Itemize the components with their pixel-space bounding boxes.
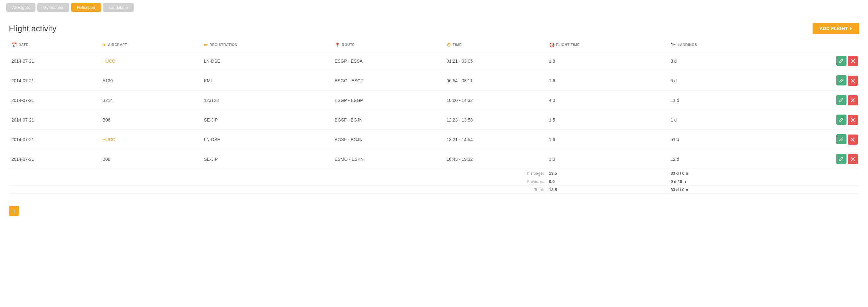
time-cell: 10:00 - 14:32: [444, 91, 546, 110]
landings-cell: 3 d: [668, 51, 776, 71]
edit-button[interactable]: [836, 134, 846, 144]
date-cell: 2014-07-21: [9, 149, 100, 169]
registration-label: REGISTRATION: [210, 43, 238, 46]
time-cell: 01:21 - 03:05: [444, 51, 546, 71]
col-registration: ✏REGISTRATION: [202, 39, 332, 51]
delete-button[interactable]: [848, 76, 858, 86]
aircraft-cell: HUCO: [100, 51, 202, 71]
time-icon: ⏱: [446, 42, 451, 47]
summary-ft-value: 0 d / 0 n: [668, 177, 776, 185]
date-cell: 2014-07-21: [9, 110, 100, 130]
delete-button[interactable]: [848, 95, 858, 105]
col-landings: 🔭LANDINGS: [668, 39, 776, 51]
date-icon: 📅: [11, 42, 17, 47]
page-header: Flight activity ADD FLIGHT +: [0, 15, 868, 39]
table-row: 2014-07-21B06SE-JIPESMO - ESKN16:43 - 19…: [9, 149, 859, 169]
route-cell: ESGP - ESGP: [332, 91, 444, 110]
flights-table: 📅DATE✈AIRCRAFT✏REGISTRATION📍ROUTE⏱TIME🎯F…: [9, 39, 859, 194]
date-cell: 2014-07-21: [9, 91, 100, 110]
summary-label: Previous:: [444, 177, 546, 185]
aircraft-icon: ✈: [102, 42, 106, 47]
table-row: 2014-07-21HUCOLN-DSEBGSF - BGJN13:21 - 1…: [9, 130, 859, 149]
filter-tab-all[interactable]: All Flights: [6, 3, 35, 12]
action-cell: [776, 71, 859, 91]
edit-button[interactable]: [836, 114, 846, 125]
table-row: 2014-07-21HUCOLN-DSEESGP - ESSA01:21 - 0…: [9, 51, 859, 71]
route-cell: BGSF - BGJN: [332, 110, 444, 130]
filter-tab-gyrocopter[interactable]: Gyrocopter: [37, 3, 69, 12]
add-flight-button[interactable]: ADD FLIGHT +: [813, 23, 859, 34]
landings-cell: 1 d: [668, 110, 776, 130]
summary-label: Total:: [444, 185, 546, 194]
registration-icon: ✏: [204, 42, 208, 47]
registration-cell: KML: [202, 71, 332, 91]
summary-time-value: 13.5: [547, 185, 668, 194]
table-header: 📅DATE✈AIRCRAFT✏REGISTRATION📍ROUTE⏱TIME🎯F…: [9, 39, 859, 51]
aircraft-cell: B214: [100, 91, 202, 110]
aircraft-cell: A139: [100, 71, 202, 91]
action-cell: [776, 110, 859, 130]
route-cell: ESGP - ESSA: [332, 51, 444, 71]
table-row: 2014-07-21B06SE-JIPBGSF - BGJN12:23 - 13…: [9, 110, 859, 130]
time-cell: 06:54 - 08:11: [444, 71, 546, 91]
summary-row: This page:13.583 d / 0 n: [9, 169, 859, 177]
landings-cell: 11 d: [668, 91, 776, 110]
flight_time-cell: 1.5: [547, 110, 668, 130]
flight_time-cell: 1.6: [547, 71, 668, 91]
filter-tabs: All FlightsGyrocopterHelicopterLandplane: [0, 0, 868, 15]
col-route: 📍ROUTE: [332, 39, 444, 51]
route-cell: ESMO - ESKN: [332, 149, 444, 169]
time-cell: 16:43 - 19:32: [444, 149, 546, 169]
action-cell: [776, 130, 859, 149]
table-body: 2014-07-21HUCOLN-DSEESGP - ESSA01:21 - 0…: [9, 51, 859, 194]
delete-button[interactable]: [848, 135, 858, 145]
registration-cell: LN-DSE: [202, 130, 332, 149]
summary-label: This page:: [444, 169, 546, 177]
registration-cell: 123123: [202, 91, 332, 110]
col-date: 📅DATE: [9, 39, 100, 51]
col-flight_time: 🎯FLIGHT TIME: [547, 39, 668, 51]
delete-button[interactable]: [848, 56, 858, 66]
registration-cell: LN-DSE: [202, 51, 332, 71]
landings-icon: 🔭: [671, 42, 676, 47]
route-icon: 📍: [335, 42, 340, 47]
route-cell: BGSF - BGJN: [332, 130, 444, 149]
edit-button[interactable]: [836, 56, 846, 66]
aircraft-cell: B06: [100, 149, 202, 169]
landings-cell: 51 d: [668, 130, 776, 149]
summary-row: Total:13.583 d / 0 n: [9, 185, 859, 194]
header-row: 📅DATE✈AIRCRAFT✏REGISTRATION📍ROUTE⏱TIME🎯F…: [9, 39, 859, 51]
delete-button[interactable]: [848, 154, 858, 164]
registration-cell: SE-JIP: [202, 149, 332, 169]
aircraft-cell: B06: [100, 110, 202, 130]
col-time: ⏱TIME: [444, 39, 546, 51]
filter-tab-helicopter[interactable]: Helicopter: [71, 3, 101, 12]
col-aircraft: ✈AIRCRAFT: [100, 39, 202, 51]
table-container: 📅DATE✈AIRCRAFT✏REGISTRATION📍ROUTE⏱TIME🎯F…: [0, 39, 868, 203]
route-cell: ESGG - ESGT: [332, 71, 444, 91]
filter-tab-landplane[interactable]: Landplane: [103, 3, 134, 12]
action-cell: [776, 149, 859, 169]
summary-time-value: 13.5: [547, 169, 668, 177]
table-row: 2014-07-21A139KMLESGG - ESGT06:54 - 08:1…: [9, 71, 859, 91]
flight_time-cell: 3.0: [547, 149, 668, 169]
date-cell: 2014-07-21: [9, 51, 100, 71]
flight_time-cell: 1.6: [547, 130, 668, 149]
table-row: 2014-07-21B214123123ESGP - ESGP10:00 - 1…: [9, 91, 859, 110]
col-actions: [776, 39, 859, 51]
edit-button[interactable]: [836, 75, 846, 86]
page-title: Flight activity: [9, 24, 56, 34]
edit-button[interactable]: [836, 154, 846, 164]
aircraft-label: AIRCRAFT: [108, 43, 127, 46]
flight_time-icon: 🎯: [549, 42, 555, 47]
summary-time-value: 0.0: [547, 177, 668, 185]
date-cell: 2014-07-21: [9, 130, 100, 149]
flight_time-cell: 1.8: [547, 51, 668, 71]
time-label: TIME: [453, 43, 462, 46]
delete-button[interactable]: [848, 115, 858, 125]
registration-cell: SE-JIP: [202, 110, 332, 130]
edit-button[interactable]: [836, 95, 846, 105]
summary-ft-value: 83 d / 0 n: [668, 185, 776, 194]
action-cell: [776, 51, 859, 71]
page-1-button[interactable]: 1: [9, 206, 19, 216]
